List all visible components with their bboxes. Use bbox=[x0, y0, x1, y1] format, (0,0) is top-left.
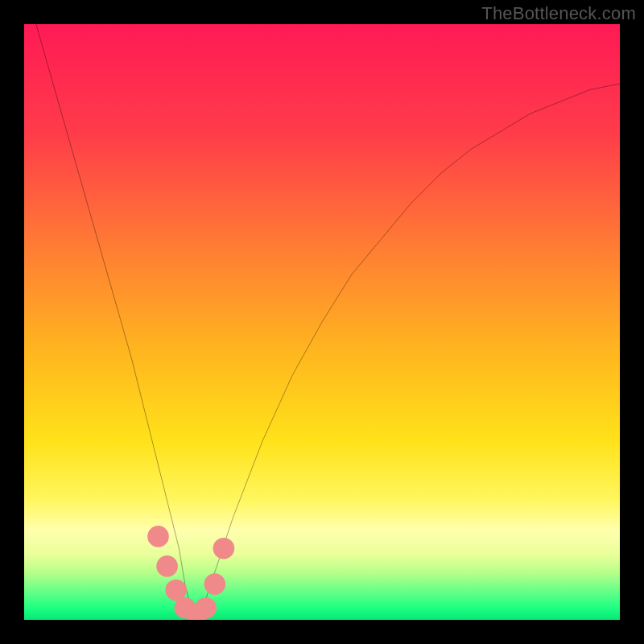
trough-marker bbox=[195, 597, 217, 619]
trough-marker bbox=[156, 555, 178, 577]
bottleneck-curve bbox=[36, 24, 620, 620]
trough-marker bbox=[204, 573, 225, 595]
trough-markers bbox=[147, 526, 234, 620]
chart-curve-layer bbox=[24, 24, 620, 620]
plot-area bbox=[24, 24, 620, 620]
trough-marker bbox=[147, 526, 169, 547]
trough-marker bbox=[213, 538, 235, 559]
chart-frame: TheBottleneck.com bbox=[0, 0, 644, 644]
watermark-text: TheBottleneck.com bbox=[481, 3, 636, 24]
